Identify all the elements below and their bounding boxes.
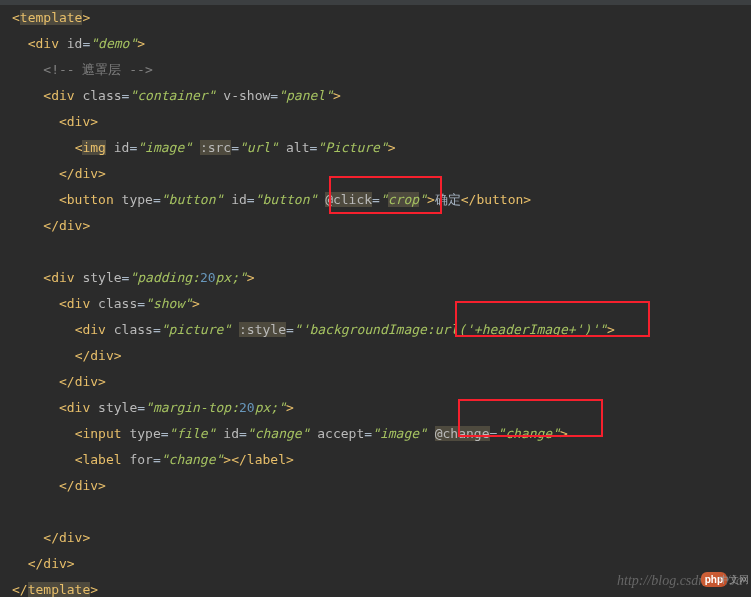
code-line[interactable]: <template>	[0, 5, 751, 31]
attr-value: demo	[98, 36, 129, 51]
code-line[interactable]: <label for="change"></label>	[0, 447, 751, 473]
code-line[interactable]: <div class="picture" :style="'background…	[0, 317, 751, 343]
code-line[interactable]: <div id="demo">	[0, 31, 751, 57]
code-line-empty[interactable]	[0, 499, 751, 525]
code-line[interactable]: <div class="show">	[0, 291, 751, 317]
code-line[interactable]: <input type="file" id="change" accept="i…	[0, 421, 751, 447]
tag-input: input	[82, 426, 121, 441]
tag-template: template	[20, 10, 83, 25]
code-line[interactable]: </div>	[0, 213, 751, 239]
code-line[interactable]: </div>	[0, 473, 751, 499]
comment: <!-- 遮罩层 -->	[43, 62, 152, 77]
attr-src: :src	[200, 140, 231, 155]
tag-label: label	[82, 452, 121, 467]
code-line[interactable]: </div>	[0, 343, 751, 369]
tag-div: div	[35, 36, 58, 51]
code-line[interactable]: <div class="container" v-show="panel">	[0, 83, 751, 109]
code-line[interactable]: </div>	[0, 525, 751, 551]
code-line[interactable]: </div>	[0, 369, 751, 395]
code-editor[interactable]: <template> <div id="demo"> <!-- 遮罩层 --> …	[0, 0, 751, 597]
attr-click: @click	[325, 192, 372, 207]
tag-img: img	[82, 140, 105, 155]
code-line[interactable]: <div style="margin-top:20px;">	[0, 395, 751, 421]
attr-id: id	[67, 36, 83, 51]
tag-div: div	[51, 88, 74, 103]
attr-change: @change	[435, 426, 490, 441]
code-line[interactable]: <div>	[0, 109, 751, 135]
cn-badge: 中文网	[719, 573, 749, 587]
tag-bracket: <	[12, 10, 20, 25]
code-line[interactable]: </div>	[0, 161, 751, 187]
attr-value-bgimage: 'backgroundImage:url('+headerImage+')'	[302, 322, 599, 337]
tag-button: button	[67, 192, 114, 207]
code-line-empty[interactable]	[0, 239, 751, 265]
code-line[interactable]: <button type="button" id="button" @click…	[0, 187, 751, 213]
code-line[interactable]: <div style="padding:20px;">	[0, 265, 751, 291]
code-line[interactable]: <img id="image" :src="url" alt="Picture"…	[0, 135, 751, 161]
text-content: 确定	[435, 192, 461, 207]
attr-style: :style	[239, 322, 286, 337]
code-line[interactable]: <!-- 遮罩层 -->	[0, 57, 751, 83]
tag-template: template	[28, 582, 91, 597]
tag-bracket: >	[82, 10, 90, 25]
attr-value-crop: crop	[388, 192, 419, 207]
